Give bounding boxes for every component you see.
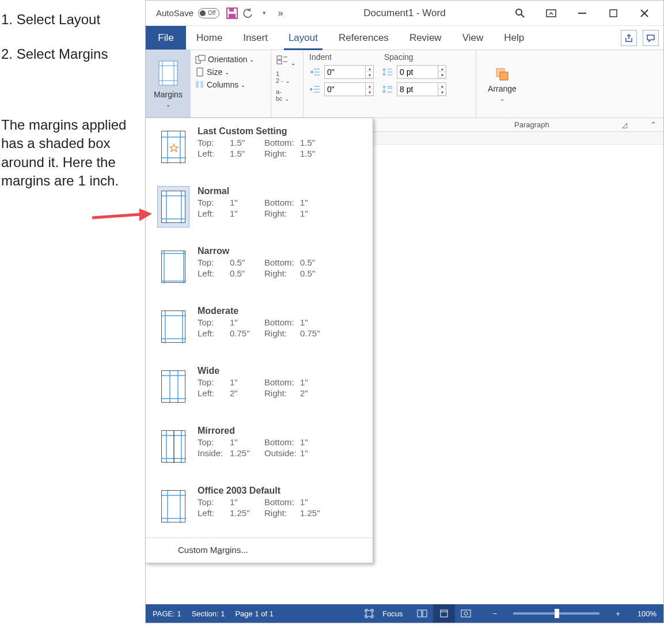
indent-right-input[interactable]: ▴▾ [324,82,374,96]
margin-preset-last-custom-setting[interactable]: Last Custom SettingTop:1.5"Bottom:1.5"Le… [146,118,373,178]
orientation-icon [195,55,206,64]
spacing-after-icon [382,85,393,94]
status-page[interactable]: PAGE: 1 [153,609,181,618]
tab-review[interactable]: Review [399,26,452,50]
preset-title: Normal [198,186,363,196]
indent-left-input[interactable]: ▴▾ [324,65,374,79]
margin-preset-wide[interactable]: WideTop:1"Bottom:1"Left:2"Right:2" [146,358,373,418]
tab-view[interactable]: View [452,26,494,50]
chevron-down-icon: ⌄ [166,101,170,108]
indent-right-icon [309,85,321,94]
qat-more-icon[interactable]: » [272,5,289,21]
status-section[interactable]: Section: 1 [192,609,225,618]
paragraph-group-label: Paragraph [514,120,549,129]
ribbon-display-icon[interactable] [544,6,559,21]
svg-marker-55 [170,144,178,151]
margins-dropdown: Last Custom SettingTop:1.5"Bottom:1.5"Le… [145,118,373,563]
hyphenation-button[interactable]: a-bc ⌄ [276,88,298,102]
zoom-slider[interactable] [513,612,600,615]
columns-icon [195,81,204,89]
preset-title: Last Custom Setting [198,126,363,137]
custom-margins-button[interactable]: Custom Margins... [146,538,373,563]
preset-title: Moderate [198,306,363,316]
tab-references[interactable]: References [328,26,399,50]
margin-preset-normal[interactable]: NormalTop:1"Bottom:1"Left:1"Right:1" [146,178,373,238]
breaks-icon [276,55,289,65]
preset-title: Mirrored [198,426,363,436]
svg-rect-7 [610,10,617,17]
line-numbers-button[interactable]: 12 - ⌄ [276,70,298,85]
search-icon[interactable] [513,6,528,21]
paragraph-dialog-launcher[interactable]: ◿ [622,121,627,129]
spacing-before-input[interactable]: ▴▾ [397,65,446,79]
svg-rect-27 [277,60,282,64]
note-step2: 2. Select Margins [1,45,142,63]
close-button[interactable] [637,6,652,21]
focus-mode-button[interactable] [358,604,380,623]
svg-line-81 [92,214,142,218]
print-layout-button[interactable] [433,604,455,623]
document-title: Document1 - Word [363,7,445,19]
margins-label: Margins [154,90,183,99]
title-bar: AutoSave Off ▾ » Document1 - Word [146,1,663,26]
svg-rect-26 [277,56,282,59]
share-button[interactable] [621,30,637,46]
collapse-ribbon-icon[interactable]: ⌃ [650,120,657,129]
ribbon: Margins ⌄ Orientation⌄ Size⌄ Columns⌄ [146,50,663,118]
save-icon[interactable] [224,5,240,21]
svg-rect-46 [423,610,427,617]
svg-rect-44 [366,611,372,616]
undo-icon[interactable] [240,5,256,21]
autosave-toggle[interactable]: AutoSave Off [156,8,219,18]
orientation-label: Orientation [208,55,247,64]
arrange-button[interactable]: Arrange ⌄ [476,50,528,118]
breaks-button[interactable]: ⌄ [276,55,298,67]
zoom-level[interactable]: 100% [638,609,657,618]
svg-rect-45 [418,610,422,617]
margin-preset-office-2003-default[interactable]: Office 2003 DefaultTop:1"Bottom:1"Left:1… [146,478,373,537]
margin-preset-mirrored[interactable]: MirroredTop:1"Bottom:1"Inside:1.25"Outsi… [146,418,373,478]
svg-rect-16 [199,55,205,60]
columns-button[interactable]: Columns⌄ [195,80,266,89]
svg-rect-43 [500,72,508,80]
zoom-out-button[interactable]: − [493,609,498,618]
svg-marker-82 [139,209,152,221]
tab-layout[interactable]: Layout [278,26,328,50]
size-button[interactable]: Size⌄ [195,67,266,77]
qat-chevron-icon[interactable]: ▾ [256,5,272,21]
minimize-button[interactable] [575,6,590,21]
svg-rect-47 [441,610,447,617]
annotation-arrow-icon [90,206,153,229]
preset-title: Wide [198,366,363,376]
spacing-after-input[interactable]: ▴▾ [397,82,446,96]
instruction-panel: 1. Select Layout 2. Select Margins The m… [0,0,145,623]
tab-home[interactable]: Home [186,26,233,50]
chevron-down-icon: ⌄ [500,96,504,102]
note-step1: 1. Select Layout [1,10,142,29]
size-label: Size [207,67,222,77]
preset-title: Narrow [198,246,363,256]
svg-point-50 [464,612,468,615]
status-pageof[interactable]: Page 1 of 1 [235,609,274,618]
tab-help[interactable]: Help [494,26,534,50]
size-icon [195,67,204,77]
arrange-icon [495,67,510,82]
orientation-button[interactable]: Orientation⌄ [195,55,266,64]
tab-file[interactable]: File [146,26,186,50]
arrange-label: Arrange [488,84,517,93]
ribbon-tabs: File Home Insert Layout References Revie… [146,26,663,50]
svg-rect-17 [197,68,203,76]
indent-header: Indent [309,52,384,62]
maximize-button[interactable] [606,6,621,21]
zoom-in-button[interactable]: + [616,609,620,618]
svg-line-4 [521,14,524,17]
margin-preset-narrow[interactable]: NarrowTop:0.5"Bottom:0.5"Left:0.5"Right:… [146,238,373,298]
margins-button[interactable]: Margins ⌄ [146,50,191,118]
web-layout-button[interactable] [455,604,477,623]
svg-point-3 [516,9,522,15]
preset-title: Office 2003 Default [198,486,363,496]
read-mode-button[interactable] [411,604,433,623]
comments-button[interactable] [643,30,659,46]
margin-preset-moderate[interactable]: ModerateTop:1"Bottom:1"Left:0.75"Right:0… [146,298,373,358]
tab-insert[interactable]: Insert [233,26,278,50]
